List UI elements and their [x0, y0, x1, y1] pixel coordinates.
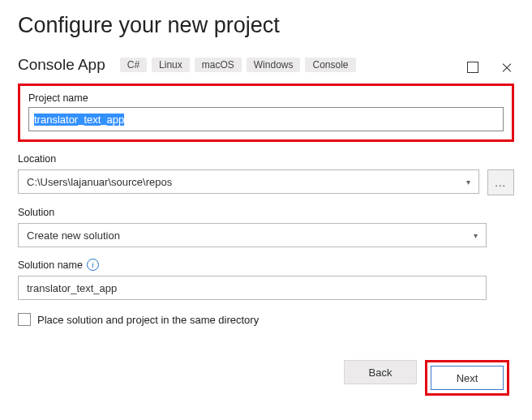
same-directory-checkbox[interactable] — [18, 313, 31, 326]
tag: Windows — [247, 58, 301, 72]
back-button[interactable]: Back — [344, 360, 417, 384]
tag: C# — [120, 58, 147, 72]
chevron-down-icon: ▾ — [474, 231, 478, 240]
chevron-down-icon: ▾ — [466, 178, 470, 186]
page-title: Configure your new project — [18, 13, 514, 38]
project-name-input[interactable]: translator_text_app — [28, 107, 504, 131]
solution-label: Solution — [18, 207, 514, 218]
tag: Linux — [152, 58, 190, 72]
close-icon[interactable] — [501, 62, 513, 73]
project-name-highlight: Project name translator_text_app — [18, 84, 514, 142]
tag: macOS — [195, 58, 242, 72]
solution-combo[interactable]: Create new solution ▾ — [18, 223, 487, 247]
location-combo[interactable]: C:\Users\lajanuar\source\repos ▾ — [18, 169, 479, 194]
next-button[interactable]: Next — [431, 366, 504, 390]
info-icon[interactable]: i — [87, 259, 99, 271]
project-name-label: Project name — [28, 92, 504, 104]
solution-name-input[interactable] — [18, 276, 487, 300]
solution-name-label: Solution name i — [18, 259, 514, 271]
maximize-icon[interactable] — [467, 62, 478, 73]
tag: Console — [305, 58, 355, 72]
project-type-heading: Console App — [18, 56, 105, 74]
location-label: Location — [18, 153, 514, 165]
project-type-tags: C# Linux macOS Windows Console — [120, 58, 356, 72]
same-directory-label: Place solution and project in the same d… — [37, 314, 259, 326]
browse-button[interactable]: ... — [487, 169, 514, 195]
next-button-highlight: Next — [425, 360, 509, 396]
